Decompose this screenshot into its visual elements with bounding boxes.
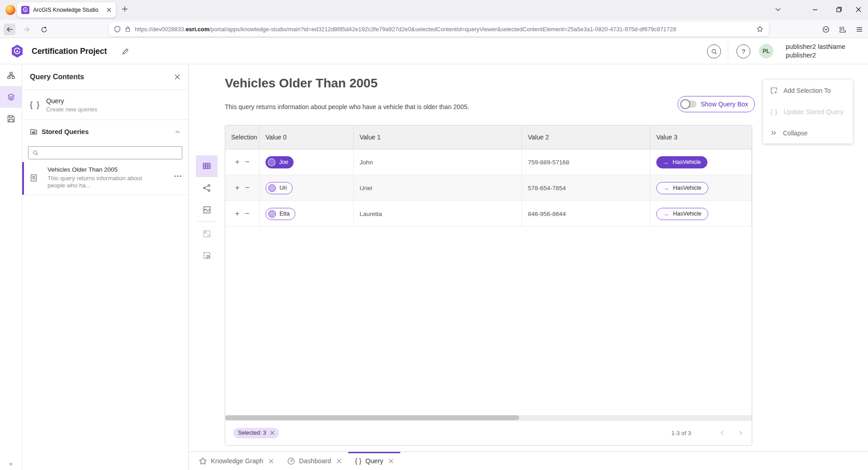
back-button[interactable] (4, 24, 15, 35)
column-header-selection[interactable]: Selection (225, 125, 260, 149)
table-view-button[interactable] (196, 155, 218, 177)
column-header-value3[interactable]: Value 3 (650, 125, 752, 149)
help-button[interactable]: ? (736, 44, 750, 58)
map-icon (203, 206, 211, 214)
tab-query[interactable]: { } Query (348, 452, 400, 470)
column-header-value0[interactable]: Value 0 (260, 125, 354, 149)
tab-close-icon[interactable] (106, 7, 112, 13)
column-header-value2[interactable]: Value 2 (522, 125, 650, 149)
lock-icon[interactable] (125, 26, 131, 32)
tab-knowledge-graph[interactable]: Knowledge Graph (192, 452, 280, 470)
arrow-right-icon: → (663, 159, 669, 166)
row-selection-cell: + − (225, 175, 260, 201)
toggle-switch[interactable] (681, 101, 697, 108)
stored-query-title: Vehicles Older Than 2005 (47, 166, 118, 173)
item-options-ellipsis-icon[interactable] (174, 175, 182, 177)
contents-layers-button[interactable] (0, 86, 22, 108)
stored-query-doc-icon (30, 174, 38, 182)
query-result-description: This query returns information about peo… (225, 103, 469, 110)
query-viewer-main: Vehicles Older Than 2005 This query retu… (189, 64, 868, 451)
select-area-button[interactable] (196, 245, 218, 266)
reload-button[interactable] (38, 24, 50, 35)
extensions-puzzle-icon[interactable] (837, 24, 849, 35)
user-info[interactable]: publisher2 lastName publisher2 (786, 43, 845, 60)
browser-tab[interactable]: ArcGIS Knowledge Studio (17, 2, 116, 18)
window-minimize-button[interactable] (811, 6, 819, 13)
add-to-selection-button[interactable]: + (235, 209, 240, 218)
user-avatar[interactable]: PL (759, 44, 773, 58)
menu-item-update-stored-query[interactable]: { } Update Stored Query (763, 101, 853, 122)
knowledge-studio-logo-icon (10, 44, 24, 58)
edit-pencil-icon[interactable] (122, 48, 129, 55)
layers-icon (7, 93, 15, 101)
menu-item-add-selection-to[interactable]: Add Selection To (763, 80, 853, 101)
toolbar-divider (198, 221, 216, 222)
stored-queries-title: Stored Queries (42, 128, 171, 135)
map-view-button[interactable] (196, 199, 218, 221)
horizontal-scrollbar[interactable] (225, 415, 752, 420)
panel-close-icon[interactable] (174, 74, 180, 80)
chevron-up-icon[interactable] (175, 129, 180, 135)
link-chart-button[interactable] (196, 177, 218, 199)
selection-indicator-bar (22, 162, 24, 195)
tab-dashboard[interactable]: Dashboard (280, 452, 348, 470)
row-selection-cell: + − (225, 201, 260, 226)
forward-button[interactable] (21, 24, 33, 35)
table-icon (203, 162, 211, 170)
view-toolbar (196, 155, 218, 266)
next-page-button[interactable] (737, 430, 744, 436)
entity-pill[interactable]: Uri (266, 182, 293, 194)
entity-cell: Joe (260, 149, 354, 175)
scrollbar-thumb[interactable] (225, 415, 519, 420)
bookmark-star-icon[interactable] (756, 25, 764, 33)
clear-selection-icon[interactable] (270, 431, 275, 435)
close-tab-icon[interactable] (269, 459, 274, 464)
url-bar[interactable]: https://dev0028833.esri.com/portal/apps/… (109, 22, 769, 36)
imagery-map-button[interactable] (196, 223, 218, 245)
pocket-icon[interactable] (820, 24, 832, 35)
double-chevron-right-icon (770, 129, 777, 136)
firefox-logo-icon[interactable] (5, 5, 15, 15)
remove-from-selection-button[interactable]: − (245, 209, 250, 218)
project-title: Certification Project (32, 38, 107, 64)
panel-header: Query Contents (22, 64, 188, 90)
menu-item-collapse[interactable]: Collapse (763, 122, 853, 144)
window-close-button[interactable] (855, 6, 862, 13)
tracking-shield-icon[interactable] (114, 26, 121, 33)
new-query-item[interactable]: { } Query Create new queries (22, 90, 188, 120)
braces-icon: { } (30, 100, 46, 110)
relation-pill[interactable]: →HasVehicle (656, 182, 708, 194)
sitemap-icon (7, 72, 15, 79)
close-tab-icon[interactable] (337, 459, 342, 464)
data-model-button[interactable] (0, 64, 22, 86)
remove-from-selection-button[interactable]: − (245, 158, 250, 167)
new-tab-button[interactable] (121, 5, 128, 13)
stored-queries-search[interactable] (28, 146, 182, 159)
entity-pill[interactable]: Joe (266, 156, 294, 168)
relation-pill[interactable]: →HasVehicle (656, 156, 707, 168)
relation-cell: →HasVehicle (650, 175, 752, 201)
show-query-box-toggle[interactable]: Show Query Box (678, 96, 755, 112)
search-input[interactable] (42, 149, 178, 156)
imagery-map-icon (203, 230, 211, 238)
entity-cell: Etta (260, 201, 354, 226)
column-header-value1[interactable]: Value 1 (354, 125, 522, 149)
remove-from-selection-button[interactable]: − (245, 183, 250, 192)
relation-pill[interactable]: →HasVehicle (656, 208, 708, 220)
stored-queries-header[interactable]: Stored Queries (22, 124, 188, 139)
selected-count-chip[interactable]: Selected: 3 (233, 428, 279, 438)
header-search-button[interactable] (707, 44, 721, 58)
entity-pill[interactable]: Etta (266, 208, 295, 220)
stored-query-item[interactable]: Vehicles Older Than 2005 This query retu… (22, 162, 188, 195)
add-to-selection-button[interactable]: + (235, 158, 240, 167)
menu-hamburger-icon[interactable] (854, 24, 865, 35)
tab-list-chevron-icon[interactable] (774, 6, 782, 13)
window-restore-button[interactable] (835, 6, 843, 13)
content-tab-bar: Knowledge Graph Dashboard { } Query (189, 451, 868, 470)
previous-page-button[interactable] (719, 430, 726, 436)
save-button[interactable] (0, 108, 22, 129)
add-to-selection-button[interactable]: + (235, 183, 240, 192)
close-tab-icon[interactable] (389, 459, 394, 464)
row-selection-cell: + − (225, 149, 260, 175)
expand-rail-button[interactable]: » (0, 460, 22, 467)
